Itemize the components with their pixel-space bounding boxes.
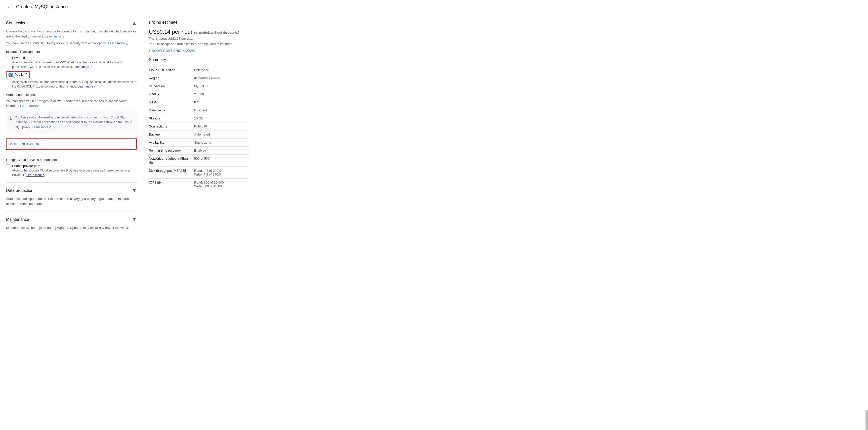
right-panel: Pricing estimate US$0.14 per hour(estima… — [149, 20, 249, 232]
authorised-networks-desc: You can specify CIDR ranges to allow IP … — [6, 99, 137, 109]
maintenance-toggle[interactable]: ▼ — [132, 216, 137, 222]
info-box-learn-more[interactable]: Learn more↗ — [32, 125, 51, 129]
summary-row-value: Disabled — [194, 106, 249, 115]
public-ip-label[interactable]: Public IP — [14, 73, 27, 76]
maintenance-collapse-icon: ▼ — [132, 216, 137, 222]
summary-row-value: MySQL 8.0 — [194, 82, 249, 90]
data-protection-header: Data protection ▼ — [6, 188, 137, 193]
summary-row: Point-in-time recoveryEnabled — [149, 147, 249, 155]
help-icon[interactable]: ? — [149, 161, 153, 164]
summary-row-value: us-central1 (Iowa) — [194, 74, 249, 82]
enable-private-path-row: Enable private path Allows other Google … — [6, 164, 137, 177]
private-ip-checkbox[interactable] — [6, 56, 10, 60]
summary-row-label: IOPS? — [149, 178, 194, 190]
help-icon[interactable]: ? — [183, 169, 186, 173]
summary-row: Regionus-central1 (Iowa) — [149, 74, 249, 82]
private-path-learn-more[interactable]: Learn more↗ — [26, 173, 44, 177]
summary-row: DB versionMySQL 8.0 — [149, 82, 249, 90]
summary-row-value: Public IP — [194, 122, 249, 130]
summary-row-value: 2 vCPU — [194, 90, 249, 98]
connections-learn-more-1[interactable]: Learn more↗ — [45, 34, 65, 38]
left-panel: Connections ▲ Choose how you want your s… — [6, 20, 137, 232]
ext-icon-6: ↗ — [49, 125, 51, 129]
info-box-text: You have not authorised any external net… — [15, 115, 133, 130]
summary-row-value: Automated — [194, 130, 249, 139]
private-ip-label[interactable]: Private IP — [12, 56, 26, 60]
show-cost-breakdown-button[interactable]: ▾ SHOW COST BREAKDOWN — [149, 49, 195, 53]
enable-private-path-label[interactable]: Enable private path — [12, 164, 40, 168]
data-protection-desc: Automatic backups enabled. Point-in-time… — [6, 196, 137, 206]
public-ip-checkbox[interactable] — [8, 73, 12, 77]
ext-icon-3: ↗ — [89, 65, 92, 69]
enable-private-path-checkbox[interactable] — [6, 164, 10, 168]
data-protection-toggle[interactable]: ▼ — [132, 188, 137, 193]
help-icon[interactable]: ? — [157, 181, 161, 184]
summary-row: AvailabilitySingle zone — [149, 139, 249, 147]
summary-table: Cloud SQL editionEnterpriseRegionus-cent… — [149, 66, 249, 190]
google-cloud-title: Google Cloud services authorisation — [6, 158, 137, 162]
public-ip-desc: Assigns an external, Internet-accessible… — [12, 80, 137, 89]
summary-row-label: RAM — [149, 98, 194, 106]
authorised-networks-title: Authorised networks — [6, 93, 137, 97]
summary-row-value: Single zone — [194, 139, 249, 147]
connections-section-header: Connections ▲ — [6, 20, 137, 26]
maintenance-section: Maintenance ▼ Maintenance will be applie… — [6, 216, 137, 231]
connections-desc2: You can use the Cloud SQL Proxy for extr… — [6, 41, 137, 46]
summary-row: Cloud SQL editionEnterprise — [149, 66, 249, 74]
pricing-amount-note: (estimated, without discounts) — [193, 30, 239, 34]
ext-icon-7: ↗ — [42, 173, 44, 177]
summary-row-label: vCPUs — [149, 90, 194, 98]
connections-desc1: Choose how you want your source to conne… — [6, 29, 137, 39]
ext-icon-5: ↗ — [37, 104, 39, 108]
maintenance-header: Maintenance ▼ — [6, 216, 137, 222]
summary-row-label: Point-in-time recovery — [149, 147, 194, 155]
divider-2 — [6, 211, 137, 212]
instance-ip-label: Instance IP assignment — [6, 50, 137, 54]
private-ip-desc: Assigns an internal, Google-hosted VPC I… — [12, 60, 137, 69]
main-content: Connections ▲ Choose how you want your s… — [0, 14, 868, 238]
summary-row-value: Read: 4.8 of 240.0Write: 4.8 of 240.0 — [194, 166, 249, 178]
pricing-title: Pricing estimate — [149, 20, 249, 25]
ext-icon-4: ↗ — [93, 85, 96, 88]
page-header: ← Create a MySQL instance — [0, 0, 868, 14]
pricing-amount: US$0.14 per hour(estimated, without disc… — [149, 29, 239, 35]
public-ip-learn-more[interactable]: Learn more↗ — [78, 85, 96, 88]
data-protection-collapse-icon: ▼ — [132, 188, 137, 193]
maintenance-desc: Maintenance will be applied during Week … — [6, 225, 137, 231]
summary-title: Summary — [149, 58, 249, 62]
google-cloud-section: Google Cloud services authorisation Enab… — [6, 158, 137, 177]
summary-row: Data cacheDisabled — [149, 106, 249, 115]
summary-row: IOPS?Read: 300 of 15,000Write: 300 of 15… — [149, 178, 249, 190]
summary-row-label: DB version — [149, 82, 194, 90]
connections-learn-more-2[interactable]: Learn more↗ — [108, 41, 128, 45]
public-ip-row: Public IP — [6, 71, 30, 78]
info-box: ℹ You have not authorised any external n… — [6, 112, 137, 133]
summary-row-label: Storage — [149, 115, 194, 122]
connections-toggle[interactable]: ▲ — [132, 20, 137, 26]
summary-row-label: Connections — [149, 122, 194, 130]
summary-row-label: Disk throughput (MB/s)? — [149, 166, 194, 178]
data-protection-title: Data protection — [6, 188, 33, 193]
summary-row: Network throughput (MB/s)?500 of 500 — [149, 155, 249, 167]
summary-row-value: 500 of 500 — [194, 155, 249, 167]
connections-expand-icon: ▲ — [132, 20, 137, 26]
private-ip-learn-more[interactable]: Learn more↗ — [74, 65, 92, 69]
authorised-networks-learn-more[interactable]: Learn more↗ — [20, 104, 39, 108]
pricing-note: Feature usage and traffic costs aren't i… — [149, 42, 249, 46]
back-button[interactable]: ← — [6, 3, 13, 11]
private-ip-row: Private IP Assigns an internal, Google-h… — [6, 56, 137, 69]
maintenance-title: Maintenance — [6, 217, 29, 222]
divider-1 — [6, 182, 137, 183]
summary-row-label: Region — [149, 74, 194, 82]
summary-row: Storage10 GB — [149, 115, 249, 122]
summary-row: ConnectionsPublic IP — [149, 122, 249, 130]
summary-row-label: Data cache — [149, 106, 194, 115]
pricing-per-day: That's about US$3.38 per day. — [149, 37, 249, 40]
data-protection-section: Data protection ▼ Automatic backups enab… — [6, 188, 137, 206]
pricing-amount-row: US$0.14 per hour(estimated, without disc… — [149, 29, 249, 35]
summary-row-value: 10 GB — [194, 115, 249, 122]
summary-row-label: Network throughput (MB/s)? — [149, 155, 194, 167]
add-network-button[interactable]: ADD A NETWORK — [6, 138, 137, 150]
summary-row: Disk throughput (MB/s)?Read: 4.8 of 240.… — [149, 166, 249, 178]
summary-row: BackupAutomated — [149, 130, 249, 139]
